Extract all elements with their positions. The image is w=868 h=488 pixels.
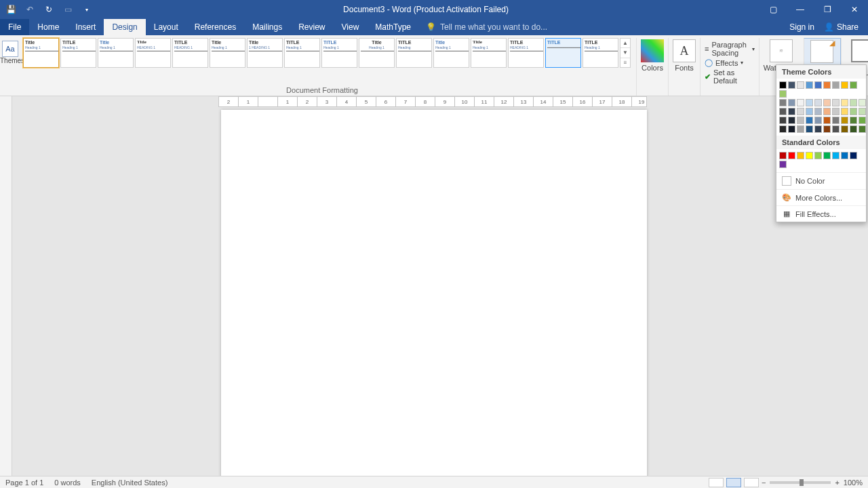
color-swatch[interactable] (797, 117, 804, 124)
color-swatch[interactable] (832, 99, 840, 106)
save-icon[interactable]: 💾 (5, 4, 16, 15)
color-swatch[interactable] (779, 117, 787, 124)
style-thumb[interactable]: TITLEHeading 1━━━━━━━━━━━━━━━━━━━━━━━━━━… (60, 38, 96, 68)
chevron-down-icon[interactable]: ▼ (620, 48, 630, 58)
color-swatch[interactable] (806, 125, 813, 133)
color-swatch[interactable] (841, 99, 848, 106)
color-swatch[interactable] (823, 108, 831, 115)
color-swatch[interactable] (841, 81, 848, 89)
gallery-more-icon[interactable]: ≡ (620, 58, 630, 67)
style-thumb[interactable]: TITLEHeading 1━━━━━━━━━━━━━━━━━━━━━━━━━━… (321, 38, 357, 68)
color-swatch[interactable] (832, 117, 840, 124)
read-mode-button[interactable] (709, 478, 724, 487)
gallery-scroll[interactable]: ▲▼≡ (620, 38, 631, 68)
color-swatch[interactable] (788, 117, 795, 124)
fonts-button[interactable]: A Fonts (668, 38, 700, 96)
color-swatch[interactable] (797, 125, 804, 133)
color-swatch[interactable] (841, 117, 848, 124)
color-swatch[interactable] (788, 99, 795, 106)
color-swatch[interactable] (850, 108, 857, 115)
touch-mode-icon[interactable]: ▭ (62, 4, 73, 15)
themes-button[interactable]: Aa Themes (0, 38, 20, 96)
color-swatch[interactable] (841, 108, 848, 115)
tab-review[interactable]: Review (290, 19, 333, 35)
no-color-option[interactable]: No Color (776, 172, 866, 189)
zoom-out-button[interactable]: − (762, 479, 766, 487)
zoom-slider[interactable] (770, 481, 831, 484)
style-thumb[interactable]: TitleHEADING 1━━━━━━━━━━━━━━━━━━━━━━━━━━… (135, 38, 171, 68)
ribbon-display-icon[interactable]: ▢ (760, 0, 787, 19)
color-swatch[interactable] (806, 108, 813, 115)
vertical-ruler[interactable] (0, 96, 12, 476)
language-indicator[interactable]: English (United States) (92, 479, 168, 487)
maximize-button[interactable]: ❐ (814, 0, 841, 19)
color-swatch[interactable] (779, 90, 787, 98)
set-default-button[interactable]: ✔Set as Default (705, 68, 755, 85)
horizontal-ruler[interactable]: 2112345678910111213141516171819 (218, 96, 647, 107)
color-swatch[interactable] (859, 125, 866, 133)
sign-in-link[interactable]: Sign in (789, 22, 814, 32)
more-colors-option[interactable]: 🎨More Colors... (776, 189, 866, 205)
style-thumb[interactable]: TITLEHEADING 1━━━━━━━━━━━━━━━━━━━━━━━━━━… (172, 38, 208, 68)
paragraph-spacing-button[interactable]: ≡Paragraph Spacing▾ (705, 41, 755, 57)
style-thumb[interactable]: TITLEHEADING 1━━━━━━━━━━━━━━━━━━━━━━━━━━… (508, 38, 544, 68)
color-swatch[interactable] (788, 125, 795, 133)
tab-file[interactable]: File (0, 19, 29, 35)
color-swatch[interactable] (814, 81, 822, 89)
colors-button[interactable]: Colors (636, 38, 668, 96)
color-swatch[interactable] (814, 117, 822, 124)
share-button[interactable]: 👤Share (824, 22, 859, 32)
tell-me-box[interactable]: 💡 Tell me what you want to do... (419, 19, 789, 35)
color-swatch[interactable] (788, 108, 795, 115)
style-thumb[interactable]: TitleHeading 1━━━━━━━━━━━━━━━━━━━━━━━━━━… (471, 38, 507, 68)
color-swatch[interactable] (832, 81, 840, 89)
color-swatch[interactable] (823, 152, 831, 159)
tab-view[interactable]: View (334, 19, 368, 35)
color-swatch[interactable] (779, 161, 787, 168)
color-swatch[interactable] (850, 125, 857, 133)
style-thumb[interactable]: TITLEHeading━━━━━━━━━━━━━━━━━━━━━━━━━━━━ (396, 38, 432, 68)
tab-references[interactable]: References (186, 19, 244, 35)
color-swatch[interactable] (779, 125, 787, 133)
style-thumb[interactable]: TitleHeading 1━━━━━━━━━━━━━━━━━━━━━━━━━━… (433, 38, 469, 68)
style-thumb[interactable]: TITLEHeading 1━━━━━━━━━━━━━━━━━━━━━━━━━━… (284, 38, 320, 68)
color-swatch[interactable] (779, 108, 787, 115)
style-thumb[interactable]: TitleHeading 1━━━━━━━━━━━━━━━━━━━━━━━━━━… (98, 38, 134, 68)
color-swatch[interactable] (797, 99, 804, 106)
tab-design[interactable]: Design (104, 19, 145, 35)
zoom-level[interactable]: 100% (844, 479, 863, 487)
color-swatch[interactable] (859, 117, 866, 124)
color-swatch[interactable] (806, 117, 813, 124)
tab-insert[interactable]: Insert (67, 19, 104, 35)
color-swatch[interactable] (823, 125, 831, 133)
color-swatch[interactable] (832, 152, 840, 159)
color-swatch[interactable] (832, 108, 840, 115)
color-swatch[interactable] (788, 81, 795, 89)
color-swatch[interactable] (850, 152, 857, 159)
word-count[interactable]: 0 words (54, 479, 81, 487)
color-swatch[interactable] (823, 99, 831, 106)
redo-icon[interactable]: ↻ (43, 4, 54, 15)
color-swatch[interactable] (797, 81, 804, 89)
color-swatch[interactable] (850, 99, 857, 106)
color-swatch[interactable] (779, 152, 787, 159)
document-page[interactable] (221, 110, 647, 476)
color-swatch[interactable] (797, 152, 804, 159)
style-thumb[interactable]: TitleHeading 1━━━━━━━━━━━━━━━━━━━━━━━━━━… (23, 38, 59, 68)
minimize-button[interactable]: — (787, 0, 814, 19)
style-thumb[interactable]: TitleHeading 1━━━━━━━━━━━━━━━━━━━━━━━━━━… (210, 38, 245, 68)
color-swatch[interactable] (788, 152, 795, 159)
color-swatch[interactable] (841, 125, 848, 133)
style-thumb[interactable]: TITLEHeading 1━━━━━━━━━━━━━━━━━━━━━━━━━━… (583, 38, 618, 68)
zoom-in-button[interactable]: + (835, 479, 839, 487)
tab-mailings[interactable]: Mailings (244, 19, 290, 35)
style-thumb[interactable]: TITLE━━━━━━━━━━━━━━━━━━━━━━━━━━━━━━━━━━━… (545, 38, 581, 68)
color-swatch[interactable] (859, 108, 866, 115)
color-swatch[interactable] (823, 117, 831, 124)
color-swatch[interactable] (823, 81, 831, 89)
color-swatch[interactable] (841, 152, 848, 159)
color-swatch[interactable] (832, 125, 840, 133)
qat-more-icon[interactable]: ▾ (81, 4, 92, 15)
tab-mathtype[interactable]: MathType (367, 19, 419, 35)
color-swatch[interactable] (779, 99, 787, 106)
